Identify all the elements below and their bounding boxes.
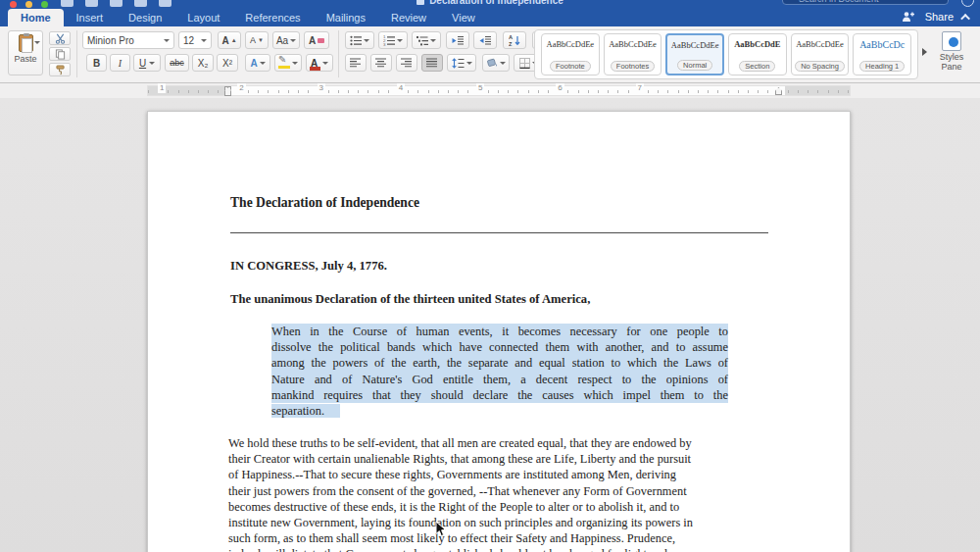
selected-text-line[interactable]: among the powers of the earth, the separ… (271, 355, 728, 371)
clear-formatting-button[interactable]: A (304, 31, 329, 49)
ribbon-tab[interactable]: Insert (64, 9, 117, 26)
text-effects-button[interactable]: A (245, 54, 270, 72)
underline-button[interactable]: U (133, 54, 161, 72)
paste-button[interactable]: Paste (8, 30, 43, 75)
increase-indent-icon (479, 35, 491, 46)
highlight-button[interactable] (274, 54, 302, 72)
document-icon (416, 0, 424, 5)
font-name-select[interactable]: Minion Pro (82, 31, 174, 49)
body-text-line[interactable]: institute new Government, laying its fou… (228, 515, 769, 530)
body-paragraph: We hold these truths to be self-evident,… (228, 435, 769, 552)
italic-button[interactable]: I (110, 54, 130, 72)
selected-text-line[interactable]: dissolve the political bands which have … (271, 339, 728, 355)
body-text-line[interactable]: their Creator with certain unalienable R… (228, 451, 769, 467)
doc-subtitle[interactable]: The unanimous Declaration of the thirtee… (230, 292, 590, 307)
more-styles-icon[interactable] (922, 48, 927, 56)
change-case-button[interactable]: Aa (272, 31, 300, 49)
superscript-button[interactable]: X² (217, 54, 238, 72)
style-card[interactable]: AaBbCcDdEe No Spacing (791, 33, 850, 75)
ribbon-tab[interactable]: Home (8, 9, 64, 26)
paste-label: Paste (14, 54, 36, 64)
ruler-number: 5 (476, 83, 484, 93)
svg-text:Z: Z (509, 41, 513, 46)
multilevel-list-button[interactable] (412, 31, 441, 49)
style-card[interactable]: AaBbCcDdEe Normal (665, 33, 724, 75)
ribbon: Paste Minion Pro 12 A▲ A▼ Aa A B I U abc… (0, 26, 980, 83)
font-color-button[interactable]: A (306, 54, 333, 72)
align-right-button[interactable] (396, 54, 417, 72)
search-input[interactable]: Search in Document (782, 0, 949, 5)
highlighter-icon (278, 57, 290, 69)
svg-text:3: 3 (383, 42, 386, 46)
style-card[interactable]: AaBbCcDdE Section (728, 33, 787, 75)
share-button[interactable]: Share (925, 11, 954, 23)
style-name: Heading 1 (859, 61, 905, 72)
ribbon-tab[interactable]: Design (116, 9, 174, 26)
numbered-list-button[interactable]: 123 (378, 31, 408, 49)
ribbon-tab[interactable]: Mailings (314, 9, 378, 26)
ruler-number: 4 (397, 83, 405, 93)
multilevel-list-icon (416, 35, 428, 46)
body-text-line[interactable]: of Happiness.--That to secure these righ… (228, 467, 769, 482)
style-card[interactable]: AaBbCcDdEe Footnotes (604, 33, 662, 75)
selected-text-line[interactable]: When in the Course of human events, it b… (271, 324, 728, 339)
collapse-ribbon-icon[interactable] (960, 13, 970, 23)
ribbon-tab[interactable]: View (439, 9, 488, 26)
body-text-line[interactable]: indeed, will dictate that Governments lo… (228, 546, 769, 552)
selected-paragraph: When in the Course of human events, it b… (271, 324, 728, 419)
line-spacing-button[interactable] (447, 54, 476, 72)
paste-dropdown-icon[interactable] (34, 41, 40, 44)
strikethrough-button[interactable]: abc (165, 54, 189, 72)
share-person-icon (902, 11, 915, 23)
body-text-line[interactable]: We hold these truths to be self-evident,… (228, 435, 769, 451)
ruler-bar: 1234567 (0, 83, 980, 98)
borders-icon (519, 58, 530, 69)
body-text-line[interactable]: such form, as to them shall seem most li… (228, 530, 769, 546)
bullet-list-button[interactable] (345, 31, 374, 49)
increase-indent-button[interactable] (473, 31, 497, 49)
document-page[interactable]: The Declaration of Independence IN CONGR… (147, 111, 851, 552)
style-card[interactable]: AaBbCcDc Heading 1 (853, 33, 911, 75)
grow-font-button[interactable]: A▲ (218, 31, 241, 49)
decrease-indent-icon (452, 35, 464, 46)
align-center-icon (375, 58, 387, 68)
font-name-value: Minion Pro (87, 35, 134, 46)
copy-button[interactable] (49, 47, 71, 61)
sort-button[interactable]: AZ (503, 31, 526, 49)
right-indent-marker[interactable] (775, 87, 782, 95)
style-sample: AaBbCcDdEe (796, 39, 844, 49)
style-sample: AaBbCcDdEe (547, 39, 595, 49)
style-card[interactable]: AaBbCcDdEe Footnote (541, 33, 600, 75)
selected-text-line[interactable]: mankind requires that they should declar… (271, 387, 728, 403)
justify-icon (426, 58, 438, 68)
shading-button[interactable] (482, 54, 510, 72)
ribbon-tab[interactable]: References (232, 9, 313, 26)
cut-button[interactable] (49, 31, 71, 45)
body-text-line[interactable]: becomes destructive of these ends, it is… (228, 499, 769, 515)
style-name: Normal (677, 60, 712, 71)
doc-title[interactable]: The Declaration of Independence (230, 195, 419, 211)
format-painter-button[interactable] (49, 63, 71, 76)
style-name: No Spacing (795, 61, 845, 72)
align-left-button[interactable] (345, 54, 367, 72)
bold-button[interactable]: B (86, 54, 107, 72)
decrease-indent-button[interactable] (446, 31, 469, 49)
bullet-list-icon (350, 35, 362, 46)
font-size-select[interactable]: 12 (178, 31, 212, 49)
style-name: Footnote (550, 61, 591, 72)
paste-clipboard-icon (19, 34, 33, 52)
styles-pane-button[interactable]: Styles Pane (931, 31, 972, 76)
copy-icon (55, 49, 66, 60)
selected-text-line[interactable]: Nature and of Nature's God entitle them,… (271, 372, 728, 387)
subscript-button[interactable]: X₂ (192, 54, 214, 72)
style-sample: AaBbCcDdE (734, 39, 780, 49)
align-center-button[interactable] (370, 54, 392, 72)
body-text-line[interactable]: their just powers from the consent of th… (228, 483, 769, 499)
ribbon-tab[interactable]: Layout (174, 9, 232, 26)
ribbon-tab[interactable]: Review (378, 9, 439, 26)
shrink-font-button[interactable]: A▼ (245, 31, 269, 49)
document-workspace: The Declaration of Independence IN CONGR… (0, 98, 980, 552)
selected-text-line[interactable]: separation. (271, 403, 728, 419)
justify-button[interactable] (421, 54, 443, 72)
doc-congress-line[interactable]: IN CONGRESS, July 4, 1776. (230, 259, 387, 274)
